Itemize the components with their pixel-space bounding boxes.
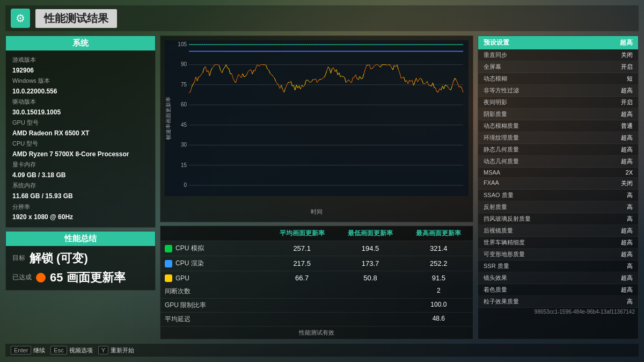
setting-row: 世界车辆精细度 超高	[478, 237, 638, 249]
stats-info-label: 平均延迟	[160, 313, 268, 326]
stats-color-dot	[165, 274, 172, 282]
setting-label: 环境纹理质量	[484, 134, 519, 142]
footer-bar: Enter 继续 Esc 视频选项 Y 重新开始	[5, 344, 639, 357]
setting-row: SSAO 质量 高	[478, 190, 638, 201]
resolution-value: 1920 x 1080 @ 60Hz	[12, 212, 149, 222]
setting-row: 挡风玻璃反射质量 高	[478, 213, 638, 225]
perf-summary-content: 目标 解锁 (可变) 已达成 65 画面更新率	[6, 246, 155, 290]
setting-label: 粒子效果质量	[484, 298, 519, 306]
setting-row: 反射质量 高	[478, 201, 638, 213]
game-version-label: 游戏版本	[12, 55, 149, 65]
stats-color-dot	[165, 245, 172, 252]
setting-value: 超高	[621, 274, 633, 282]
windows-version-value: 10.0.22000.556	[12, 86, 149, 97]
setting-value: 高	[627, 298, 633, 306]
gpu-model-label: GPU 型号	[12, 118, 149, 128]
stats-info-label: GPU 限制比率	[160, 299, 268, 312]
stats-min-value: 50.8	[336, 271, 404, 285]
setting-value: 超高	[621, 227, 633, 235]
setting-label: 可变形地形质量	[484, 250, 525, 258]
stats-avg-value: 257.1	[268, 242, 336, 255]
setting-label: SSR 质量	[484, 262, 509, 270]
footer-button-group: Esc 视频选项	[50, 346, 92, 354]
stats-info-value: 100.0	[405, 299, 473, 312]
stats-info-value: 48.6	[405, 313, 473, 326]
settings-header-left: 预设设置	[484, 38, 509, 47]
stats-color-dot	[165, 260, 172, 267]
setting-row: 后视镜质量 超高	[478, 225, 638, 237]
setting-label: 后视镜质量	[484, 227, 513, 235]
stats-info-label: 间断次数	[160, 285, 268, 298]
chart-area	[165, 40, 469, 207]
footer-button-label[interactable]: 继续	[33, 346, 45, 354]
setting-row: 阴影质量 超高	[478, 108, 638, 120]
setting-value: 超高	[621, 146, 633, 154]
setting-label: SSAO 质量	[484, 191, 514, 199]
setting-value: 高	[627, 262, 633, 270]
stats-info-row: GPU 限制比率 100.0	[160, 299, 473, 313]
performance-chart	[165, 40, 469, 196]
footer-key: Enter	[11, 346, 31, 354]
settings-rows: 垂直同步 关闭 全屏幕 开启 动态模糊 短 非等方性过滤 超高 夜间明影 开启 …	[478, 49, 638, 308]
setting-label: 动态模糊	[484, 75, 507, 83]
header-icon: ⚙	[11, 9, 30, 28]
setting-value: 普通	[621, 122, 633, 130]
chart-container: 时间	[160, 35, 473, 222]
setting-value: 超高	[621, 238, 633, 247]
system-content: 游戏版本 192906 Windows 版本 10.0.22000.556 驱动…	[6, 50, 155, 227]
setting-value: 超高	[621, 110, 633, 118]
setting-row: SSR 质量 高	[478, 260, 638, 272]
setting-row: 动态几何质量 超高	[478, 156, 638, 168]
setting-label: 反射质量	[484, 203, 507, 211]
right-panel: 预设设置 超高 垂直同步 关闭 全屏幕 开启 动态模糊 短 非等方性过滤 超高 …	[478, 35, 639, 339]
setting-label: 垂直同步	[484, 51, 507, 59]
footer-key: Y	[98, 346, 108, 354]
stats-metric-label: CPU 渲染	[175, 259, 204, 268]
setting-value: 关闭	[621, 179, 633, 187]
vram-value: 4.09 GB / 3.18 GB	[12, 170, 149, 180]
achieved-label: 已达成	[12, 273, 32, 282]
driver-version-label: 驱动版本	[12, 97, 149, 107]
setting-value: 超高	[621, 134, 633, 142]
setting-row: 镜头效果 超高	[478, 272, 638, 284]
stats-info-row: 平均延迟 48.6	[160, 313, 473, 327]
target-value: 解锁 (可变)	[30, 250, 88, 266]
setting-label: 静态几何质量	[484, 146, 519, 154]
setting-label: MSAA	[484, 169, 500, 176]
target-row: 目标 解锁 (可变)	[12, 250, 149, 266]
setting-row: 全屏幕 开启	[478, 61, 638, 73]
stats-label-cell: GPU	[160, 272, 268, 285]
stats-metric-label: GPU	[175, 274, 189, 282]
system-section: 系统 游戏版本 192906 Windows 版本 10.0.22000.556…	[5, 35, 156, 228]
page-title: 性能测试结果	[35, 9, 117, 28]
stats-col-avg: 平均画面更新率	[268, 226, 336, 241]
achieved-dot	[36, 273, 46, 283]
setting-value: 超高	[621, 250, 633, 258]
stats-avg-value: 217.5	[268, 257, 336, 270]
stats-data-row: GPU 66.7 50.8 91.5	[160, 271, 473, 285]
footer-button-group: Enter 继续	[11, 346, 45, 354]
stats-info-value: 2	[405, 285, 473, 298]
setting-row: 静态几何质量 超高	[478, 144, 638, 156]
setting-row: MSAA 2X	[478, 168, 638, 178]
setting-value: 超高	[621, 157, 633, 165]
setting-label: 镜头效果	[484, 274, 507, 282]
header-bar: ⚙ 性能测试结果	[5, 5, 639, 31]
chart-x-label: 时间	[165, 208, 469, 216]
stats-min-value: 173.7	[336, 257, 404, 270]
stats-metric-label: CPU 模拟	[175, 244, 204, 253]
setting-value: 高	[627, 215, 633, 223]
setting-row: 动态模糊质量 普通	[478, 120, 638, 132]
windows-version-label: Windows 版本	[12, 76, 149, 86]
setting-value: 开启	[621, 98, 633, 106]
setting-label: 非等方性过滤	[484, 86, 519, 95]
driver-version-value: 30.0.15019.1005	[12, 107, 149, 118]
perf-summary-section: 性能总结 目标 解锁 (可变) 已达成 65 画面更新率	[5, 231, 156, 291]
cpu-model-value: AMD Ryzen 7 5700X 8-Core Processor	[12, 149, 149, 160]
footer-button-label[interactable]: 重新开始	[111, 346, 134, 354]
resolution-label: 分辨率	[12, 202, 149, 212]
stats-data-row: CPU 模拟 257.1 194.5 321.4	[160, 241, 473, 256]
setting-label: 阴影质量	[484, 110, 507, 118]
stats-data-row: CPU 渲染 217.5 173.7 252.2	[160, 256, 473, 271]
footer-button-label[interactable]: 视频选项	[69, 346, 93, 354]
